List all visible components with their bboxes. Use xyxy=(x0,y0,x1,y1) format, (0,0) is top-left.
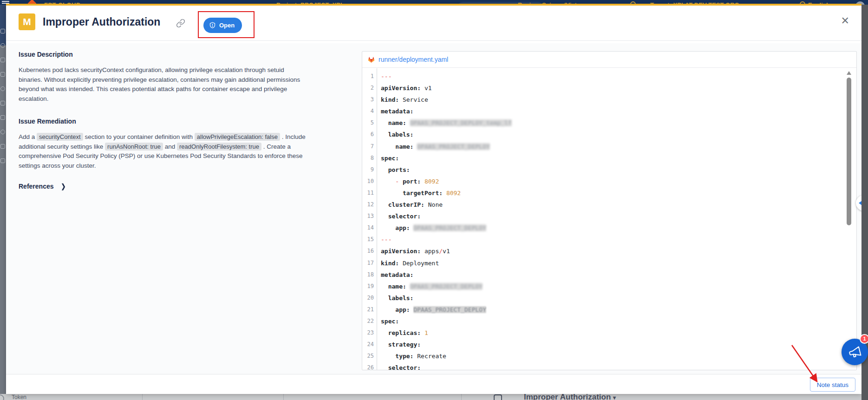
line-number: 1 xyxy=(362,71,374,82)
code-line: apiVersion: apps/v1 xyxy=(381,245,846,257)
chevron-down-icon: ▾ xyxy=(613,394,616,400)
nav-icon-10[interactable] xyxy=(0,158,5,163)
shield-alert-icon xyxy=(209,22,216,29)
nav-icon-1[interactable] xyxy=(0,29,5,33)
gitlab-icon xyxy=(367,56,375,64)
line-numbers: 1234567891011121314151617181920212223242… xyxy=(362,68,377,370)
redacted-text: DPAAS_PROJECT_DEPLOY_temp_lf xyxy=(410,119,512,126)
code-line: kind: Deployment xyxy=(381,257,846,269)
line-number: 6 xyxy=(362,129,374,140)
nav-icon-6[interactable] xyxy=(0,101,5,105)
scroll-up-icon[interactable] xyxy=(847,71,851,75)
code-line: labels: xyxy=(381,292,846,304)
line-number: 21 xyxy=(362,304,374,315)
nav-icon-3[interactable] xyxy=(0,58,5,62)
code-line: name: DPAAS_PROJECT_DEPLOY_temp_lf xyxy=(381,117,846,129)
line-number: 4 xyxy=(362,105,374,117)
line-number: 8 xyxy=(362,152,374,164)
code-line: clusterIP: None xyxy=(381,199,846,210)
line-number: 9 xyxy=(362,164,374,176)
modal-footer: Note status xyxy=(6,374,861,394)
left-nav-strip xyxy=(0,5,6,400)
severity-badge-medium: M xyxy=(19,13,35,30)
nav-icon-2[interactable] xyxy=(0,43,5,48)
close-icon[interactable]: ✕ xyxy=(841,16,849,26)
redacted-text: DPAAS_PROJECT_DEPLOY xyxy=(417,143,490,150)
remediation-heading: Issue Remediation xyxy=(19,118,307,125)
status-open-badge[interactable]: Open xyxy=(203,18,242,33)
line-number: 11 xyxy=(362,187,374,199)
line-number: 16 xyxy=(362,245,374,257)
line-number: 18 xyxy=(362,269,374,281)
megaphone-icon xyxy=(847,344,863,360)
issue-detail-modal: M Improper Authorization Open ✕ Issue De… xyxy=(6,4,861,394)
status-circle-icon xyxy=(0,394,4,400)
nav-icon-5[interactable] xyxy=(0,86,5,91)
line-number: 23 xyxy=(362,327,374,339)
code-line: strategy: xyxy=(381,339,846,350)
code-line: selector: xyxy=(381,210,846,222)
background-issue-title: Improper Authorization ▾ xyxy=(524,394,616,400)
code-line: type: Recreate xyxy=(381,350,846,362)
line-number: 12 xyxy=(362,199,374,210)
code-line: --- xyxy=(381,234,846,245)
inline-code-chip: runAsNonRoot: true xyxy=(105,143,163,151)
line-number: 13 xyxy=(362,210,374,222)
line-number: 14 xyxy=(362,222,374,234)
description-text: Kubernetes pod lacks securityContext con… xyxy=(19,66,307,104)
code-line: name: DPAAS_PROJECT_DEPLOY xyxy=(381,281,846,292)
issue-info-column: Issue Description Kubernetes pod lacks s… xyxy=(19,51,307,190)
code-lines: ---apiVersion: v1kind: Servicemetadata: … xyxy=(381,71,846,370)
inline-code-chip: readOnlyRootFilesystem: true xyxy=(177,143,261,151)
code-editor[interactable]: 1234567891011121314151617181920212223242… xyxy=(362,68,856,370)
redacted-text: DPAAS_PROJECT_DEPLOY xyxy=(413,224,486,231)
nav-icon-8[interactable] xyxy=(0,130,5,134)
redacted-text: DPAAS_PROJECT_DEPLOY xyxy=(413,306,486,313)
line-number: 20 xyxy=(362,292,374,304)
code-line: kind: Service xyxy=(381,94,846,105)
code-viewer-card: runner/deployment.yaml 12345678910111213… xyxy=(362,51,857,370)
code-scrollbar[interactable] xyxy=(847,71,851,366)
code-line: targetPort: 8092 xyxy=(381,187,846,199)
line-number: 7 xyxy=(362,141,374,152)
line-number: 24 xyxy=(362,339,374,350)
line-number: 22 xyxy=(362,315,374,327)
modal-body: Issue Description Kubernetes pod lacks s… xyxy=(6,43,861,376)
line-number: 25 xyxy=(362,350,374,362)
references-toggle[interactable]: References ❯ xyxy=(19,183,307,190)
code-line: app: DPAAS_PROJECT_DEPLOY xyxy=(381,304,846,315)
issue-type-icon xyxy=(494,394,502,400)
scrollbar-thumb[interactable] xyxy=(847,78,851,225)
code-line: replicas: 1 xyxy=(381,327,846,339)
line-number: 15 xyxy=(362,234,374,245)
line-number: 2 xyxy=(362,82,374,94)
issue-title: Improper Authorization xyxy=(43,16,160,28)
code-line: name: DPAAS_PROJECT_DEPLOY xyxy=(381,141,846,152)
code-line: apiVersion: v1 xyxy=(381,82,846,94)
code-line: app: DPAAS_PROJECT_DEPLOY xyxy=(381,222,846,234)
nav-icon-4[interactable] xyxy=(0,72,5,77)
code-line: spec: xyxy=(381,315,846,327)
modal-header: M Improper Authorization Open ✕ xyxy=(6,6,861,41)
inline-code-chip: allowPrivilegeEscalation: false xyxy=(195,133,280,141)
copy-link-icon[interactable] xyxy=(176,19,185,28)
remediation-text: Add a securityContext section to your co… xyxy=(19,132,307,170)
annotation-arrow xyxy=(787,341,827,388)
code-line: metadata: xyxy=(381,269,846,281)
background-cell-label: Token xyxy=(12,394,26,400)
line-number: 3 xyxy=(362,94,374,105)
nav-icon-9[interactable] xyxy=(0,144,5,149)
code-line: labels: xyxy=(381,129,846,140)
file-header: runner/deployment.yaml xyxy=(362,52,856,68)
file-name-link[interactable]: runner/deployment.yaml xyxy=(379,56,448,63)
annotation-highlight-box: Open xyxy=(198,11,255,38)
line-number: 10 xyxy=(362,176,374,187)
code-line: - port: 8092 xyxy=(381,176,846,187)
references-label: References xyxy=(19,183,54,190)
background-page-row: Token Improper Authorization ▾ xyxy=(0,394,861,400)
code-line: --- xyxy=(381,71,846,82)
description-heading: Issue Description xyxy=(19,51,307,58)
nav-icon-7[interactable] xyxy=(0,115,5,120)
line-number: 19 xyxy=(362,281,374,292)
redacted-text: DPAAS_PROJECT_DEPLOY xyxy=(410,283,483,290)
